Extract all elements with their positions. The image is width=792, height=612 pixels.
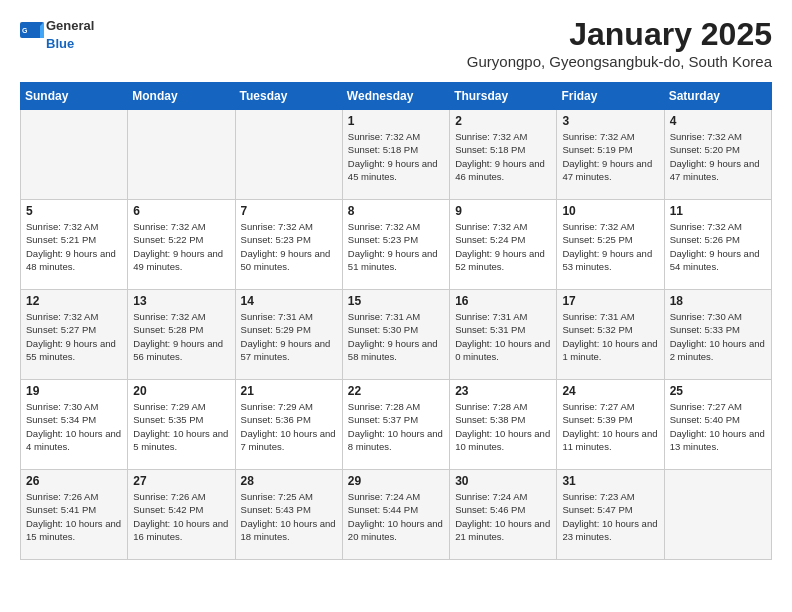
weekday-header-saturday: Saturday	[664, 83, 771, 110]
day-info: Sunrise: 7:32 AM Sunset: 5:20 PM Dayligh…	[670, 130, 766, 183]
calendar-cell: 2Sunrise: 7:32 AM Sunset: 5:18 PM Daylig…	[450, 110, 557, 200]
weekday-header-wednesday: Wednesday	[342, 83, 449, 110]
day-info: Sunrise: 7:31 AM Sunset: 5:31 PM Dayligh…	[455, 310, 551, 363]
calendar-cell: 17Sunrise: 7:31 AM Sunset: 5:32 PM Dayli…	[557, 290, 664, 380]
day-number: 8	[348, 204, 444, 218]
day-number: 30	[455, 474, 551, 488]
calendar-cell: 3Sunrise: 7:32 AM Sunset: 5:19 PM Daylig…	[557, 110, 664, 200]
day-info: Sunrise: 7:28 AM Sunset: 5:38 PM Dayligh…	[455, 400, 551, 453]
calendar-cell: 13Sunrise: 7:32 AM Sunset: 5:28 PM Dayli…	[128, 290, 235, 380]
day-info: Sunrise: 7:32 AM Sunset: 5:22 PM Dayligh…	[133, 220, 229, 273]
calendar-cell: 4Sunrise: 7:32 AM Sunset: 5:20 PM Daylig…	[664, 110, 771, 200]
week-row-2: 5Sunrise: 7:32 AM Sunset: 5:21 PM Daylig…	[21, 200, 772, 290]
calendar-cell: 12Sunrise: 7:32 AM Sunset: 5:27 PM Dayli…	[21, 290, 128, 380]
svg-text:G: G	[22, 27, 28, 34]
day-info: Sunrise: 7:31 AM Sunset: 5:30 PM Dayligh…	[348, 310, 444, 363]
day-number: 21	[241, 384, 337, 398]
calendar-cell: 25Sunrise: 7:27 AM Sunset: 5:40 PM Dayli…	[664, 380, 771, 470]
day-number: 25	[670, 384, 766, 398]
day-info: Sunrise: 7:31 AM Sunset: 5:29 PM Dayligh…	[241, 310, 337, 363]
logo-blue: Blue	[46, 36, 74, 51]
calendar-cell: 20Sunrise: 7:29 AM Sunset: 5:35 PM Dayli…	[128, 380, 235, 470]
day-info: Sunrise: 7:29 AM Sunset: 5:36 PM Dayligh…	[241, 400, 337, 453]
calendar-cell: 24Sunrise: 7:27 AM Sunset: 5:39 PM Dayli…	[557, 380, 664, 470]
calendar-cell: 6Sunrise: 7:32 AM Sunset: 5:22 PM Daylig…	[128, 200, 235, 290]
logo: G General Blue	[20, 16, 94, 52]
calendar-cell: 14Sunrise: 7:31 AM Sunset: 5:29 PM Dayli…	[235, 290, 342, 380]
day-number: 14	[241, 294, 337, 308]
calendar-cell: 10Sunrise: 7:32 AM Sunset: 5:25 PM Dayli…	[557, 200, 664, 290]
calendar-cell: 9Sunrise: 7:32 AM Sunset: 5:24 PM Daylig…	[450, 200, 557, 290]
day-number: 11	[670, 204, 766, 218]
calendar-table: SundayMondayTuesdayWednesdayThursdayFrid…	[20, 82, 772, 560]
calendar-cell: 16Sunrise: 7:31 AM Sunset: 5:31 PM Dayli…	[450, 290, 557, 380]
calendar-cell: 30Sunrise: 7:24 AM Sunset: 5:46 PM Dayli…	[450, 470, 557, 560]
day-number: 20	[133, 384, 229, 398]
day-number: 10	[562, 204, 658, 218]
calendar-cell: 11Sunrise: 7:32 AM Sunset: 5:26 PM Dayli…	[664, 200, 771, 290]
page-header: G General Blue January 2025 Guryongpo, G…	[20, 16, 772, 78]
weekday-header-thursday: Thursday	[450, 83, 557, 110]
week-row-4: 19Sunrise: 7:30 AM Sunset: 5:34 PM Dayli…	[21, 380, 772, 470]
calendar-cell	[235, 110, 342, 200]
day-info: Sunrise: 7:23 AM Sunset: 5:47 PM Dayligh…	[562, 490, 658, 543]
day-info: Sunrise: 7:32 AM Sunset: 5:27 PM Dayligh…	[26, 310, 122, 363]
day-info: Sunrise: 7:30 AM Sunset: 5:34 PM Dayligh…	[26, 400, 122, 453]
calendar-cell: 27Sunrise: 7:26 AM Sunset: 5:42 PM Dayli…	[128, 470, 235, 560]
day-number: 22	[348, 384, 444, 398]
calendar-cell: 7Sunrise: 7:32 AM Sunset: 5:23 PM Daylig…	[235, 200, 342, 290]
day-number: 28	[241, 474, 337, 488]
calendar-cell: 29Sunrise: 7:24 AM Sunset: 5:44 PM Dayli…	[342, 470, 449, 560]
title-area: January 2025 Guryongpo, Gyeongsangbuk-do…	[467, 16, 772, 78]
calendar-cell: 22Sunrise: 7:28 AM Sunset: 5:37 PM Dayli…	[342, 380, 449, 470]
week-row-5: 26Sunrise: 7:26 AM Sunset: 5:41 PM Dayli…	[21, 470, 772, 560]
week-row-3: 12Sunrise: 7:32 AM Sunset: 5:27 PM Dayli…	[21, 290, 772, 380]
day-info: Sunrise: 7:32 AM Sunset: 5:25 PM Dayligh…	[562, 220, 658, 273]
day-info: Sunrise: 7:28 AM Sunset: 5:37 PM Dayligh…	[348, 400, 444, 453]
calendar-cell: 8Sunrise: 7:32 AM Sunset: 5:23 PM Daylig…	[342, 200, 449, 290]
day-info: Sunrise: 7:29 AM Sunset: 5:35 PM Dayligh…	[133, 400, 229, 453]
day-info: Sunrise: 7:24 AM Sunset: 5:46 PM Dayligh…	[455, 490, 551, 543]
day-info: Sunrise: 7:25 AM Sunset: 5:43 PM Dayligh…	[241, 490, 337, 543]
day-number: 6	[133, 204, 229, 218]
calendar-cell: 28Sunrise: 7:25 AM Sunset: 5:43 PM Dayli…	[235, 470, 342, 560]
day-number: 29	[348, 474, 444, 488]
day-number: 1	[348, 114, 444, 128]
calendar-cell: 19Sunrise: 7:30 AM Sunset: 5:34 PM Dayli…	[21, 380, 128, 470]
day-info: Sunrise: 7:30 AM Sunset: 5:33 PM Dayligh…	[670, 310, 766, 363]
day-info: Sunrise: 7:26 AM Sunset: 5:41 PM Dayligh…	[26, 490, 122, 543]
day-info: Sunrise: 7:32 AM Sunset: 5:26 PM Dayligh…	[670, 220, 766, 273]
day-info: Sunrise: 7:32 AM Sunset: 5:28 PM Dayligh…	[133, 310, 229, 363]
day-number: 3	[562, 114, 658, 128]
day-number: 4	[670, 114, 766, 128]
day-number: 2	[455, 114, 551, 128]
day-info: Sunrise: 7:26 AM Sunset: 5:42 PM Dayligh…	[133, 490, 229, 543]
calendar-cell: 21Sunrise: 7:29 AM Sunset: 5:36 PM Dayli…	[235, 380, 342, 470]
calendar-cell: 31Sunrise: 7:23 AM Sunset: 5:47 PM Dayli…	[557, 470, 664, 560]
day-number: 31	[562, 474, 658, 488]
day-info: Sunrise: 7:27 AM Sunset: 5:40 PM Dayligh…	[670, 400, 766, 453]
calendar-cell: 18Sunrise: 7:30 AM Sunset: 5:33 PM Dayli…	[664, 290, 771, 380]
day-info: Sunrise: 7:32 AM Sunset: 5:19 PM Dayligh…	[562, 130, 658, 183]
day-info: Sunrise: 7:27 AM Sunset: 5:39 PM Dayligh…	[562, 400, 658, 453]
week-row-1: 1Sunrise: 7:32 AM Sunset: 5:18 PM Daylig…	[21, 110, 772, 200]
day-info: Sunrise: 7:31 AM Sunset: 5:32 PM Dayligh…	[562, 310, 658, 363]
calendar-cell: 5Sunrise: 7:32 AM Sunset: 5:21 PM Daylig…	[21, 200, 128, 290]
day-number: 7	[241, 204, 337, 218]
calendar-cell	[664, 470, 771, 560]
day-number: 9	[455, 204, 551, 218]
day-info: Sunrise: 7:24 AM Sunset: 5:44 PM Dayligh…	[348, 490, 444, 543]
day-info: Sunrise: 7:32 AM Sunset: 5:18 PM Dayligh…	[455, 130, 551, 183]
day-number: 13	[133, 294, 229, 308]
day-info: Sunrise: 7:32 AM Sunset: 5:21 PM Dayligh…	[26, 220, 122, 273]
day-info: Sunrise: 7:32 AM Sunset: 5:18 PM Dayligh…	[348, 130, 444, 183]
calendar-cell: 15Sunrise: 7:31 AM Sunset: 5:30 PM Dayli…	[342, 290, 449, 380]
calendar-cell: 26Sunrise: 7:26 AM Sunset: 5:41 PM Dayli…	[21, 470, 128, 560]
weekday-header-tuesday: Tuesday	[235, 83, 342, 110]
day-number: 23	[455, 384, 551, 398]
day-number: 19	[26, 384, 122, 398]
calendar-cell	[21, 110, 128, 200]
day-number: 27	[133, 474, 229, 488]
weekday-header-friday: Friday	[557, 83, 664, 110]
day-number: 12	[26, 294, 122, 308]
